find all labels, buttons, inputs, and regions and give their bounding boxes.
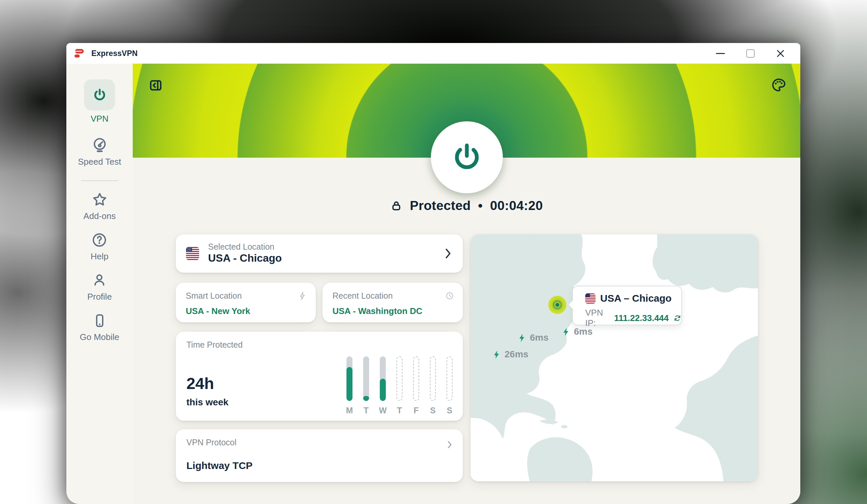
lightning-bolt-icon [561,327,571,337]
lightning-bolt-icon [298,291,307,300]
connect-power-button[interactable] [431,121,503,193]
lightning-bolt-icon [517,333,527,343]
minimize-icon[interactable] [716,53,725,54]
power-icon [92,87,108,103]
map-card: USA – Chicago VPN IP: 111.22.33.444 6ms [471,234,758,481]
sidebar-item-profile[interactable]: Profile [87,272,112,302]
refresh-icon[interactable] [674,314,681,323]
latency-marker: 6ms [517,332,548,343]
sidebar-item-label: Go Mobile [80,332,119,342]
sidebar-item-label: VPN [91,114,108,124]
speedometer-icon [92,137,108,153]
map-tooltip: USA – Chicago VPN IP: 111.22.33.444 [572,286,682,325]
sidebar-item-vpn[interactable]: VPN [84,79,115,124]
latency-marker: 6ms [561,326,592,337]
window-title: ExpressVPN [92,49,138,58]
close-icon[interactable] [776,49,785,58]
chevron-right-icon [447,441,452,449]
sidebar-item-label: Help [91,251,108,262]
recent-location-card[interactable]: Recent Location USA - Washington DC [322,283,463,322]
sidebar-item-label: Profile [87,292,112,302]
palette-icon[interactable] [771,78,786,92]
user-icon [92,272,107,288]
smartphone-icon [92,313,108,329]
tooltip-location: USA – Chicago [600,293,672,304]
sidebar-item-go-mobile[interactable]: Go Mobile [80,313,119,342]
latency-value: 6ms [530,332,548,343]
latency-value: 6ms [574,326,592,337]
vpn-ip-label: VPN IP: [585,308,611,328]
vpn-tile [84,79,115,110]
connected-location-marker[interactable] [548,295,567,314]
time-protected-total: 24h [186,374,214,393]
sidebar-item-label: Add-ons [83,211,116,221]
connection-status-row: Protected • 00:04:20 [133,199,800,213]
titlebar: ExpressVPN [66,43,800,64]
time-protected-card: Time Protected 24h this week MTWTFSS [176,332,463,421]
sidebar: VPN Speed Test Add-ons Help [66,64,133,504]
chart-bar-5: S [430,356,436,415]
vpn-protocol-label: VPN Protocol [186,438,236,447]
us-flag-icon [186,247,199,260]
vpn-protocol-card[interactable]: VPN Protocol Lightway TCP [176,429,463,482]
status-label: Protected [410,199,471,213]
status-separator: • [478,199,483,213]
sidebar-divider [81,180,118,181]
expressvpn-window: ExpressVPN VPN Speed [66,43,800,504]
chart-bar-1: T [363,356,369,415]
latency-marker: 26ms [492,349,528,360]
chart-bar-6: S [447,356,452,415]
vpn-protocol-value: Lightway TCP [186,460,253,471]
latency-value: 26ms [504,349,528,360]
smart-location-value: USA - New York [186,306,250,317]
chevron-right-icon [445,248,451,259]
recent-location-label: Recent Location [332,291,393,301]
chart-bar-2: W [380,356,386,415]
help-circle-icon [92,232,107,248]
us-flag-icon [585,293,596,304]
sidebar-item-add-ons[interactable]: Add-ons [83,192,116,221]
time-protected-period: this week [186,397,228,408]
power-icon [450,140,484,175]
status-timer: 00:04:20 [490,199,543,213]
sidebar-item-help[interactable]: Help [91,232,108,262]
star-icon [92,192,108,208]
main-area: Protected • 00:04:20 [133,64,800,504]
chart-bar-3: T [396,356,403,415]
sidebar-item-label: Speed Test [78,157,121,167]
sidebar-collapse-icon[interactable] [149,79,162,92]
selected-location-label: Selected Location [208,242,275,252]
vpn-ip-value: 111.22.33.444 [614,313,668,323]
time-protected-label: Time Protected [186,340,243,350]
lock-icon [390,200,403,212]
expressvpn-logo-icon [74,48,84,59]
clock-icon [445,291,454,300]
window-controls [716,49,800,58]
smart-location-label: Smart Location [186,291,242,301]
maximize-icon[interactable] [746,49,754,58]
sidebar-item-speed-test[interactable]: Speed Test [78,137,121,167]
chart-bar-0: M [346,356,352,415]
time-protected-chart: MTWTFSS [346,356,452,415]
lightning-bolt-icon [492,350,502,359]
chart-bar-4: F [413,356,419,415]
selected-location-card[interactable]: Selected Location USA - Chicago [176,234,463,273]
smart-location-card[interactable]: Smart Location USA - New York [176,283,316,322]
recent-location-value: USA - Washington DC [332,306,422,317]
selected-location-value: USA - Chicago [208,252,282,264]
